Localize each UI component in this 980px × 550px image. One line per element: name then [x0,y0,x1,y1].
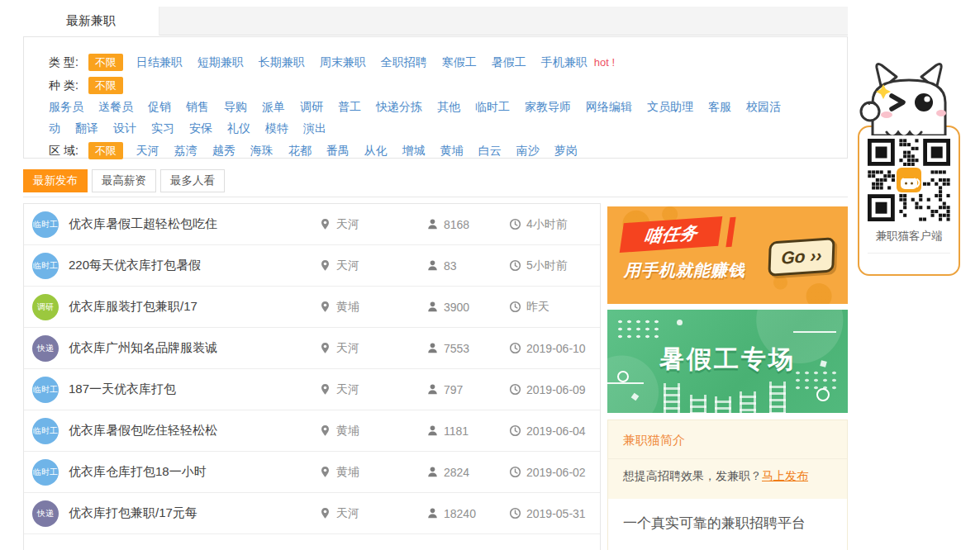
job-post-time: 2019-06-04 [509,424,592,438]
filter-options: 日结兼职短期兼职长期兼职周末兼职全职招聘寒假工暑假工手机兼职 [136,55,602,69]
filter-options: 天河荔湾越秀海珠花都番禺从化增城黄埔白云南沙萝岗 [136,144,592,157]
filter-option[interactable]: 快递分拣 [376,100,422,113]
filter-option[interactable]: 南沙 [516,144,540,157]
filter-option[interactable]: 文员助理 [647,100,693,113]
filter-option[interactable]: 导购 [224,100,247,113]
content-divider [23,197,848,197]
app-qr-widget: 兼职猫客户端 [858,59,960,276]
job-row[interactable]: 临时工 优衣库暑假工超轻松包吃住 天河 8168 4小时前 [24,204,600,245]
job-view-count: 1181 [426,424,509,438]
filter-option[interactable]: 翻译 [75,121,98,135]
ladder-icon [664,383,680,413]
filter-option[interactable]: 普工 [338,100,361,113]
filter-option[interactable]: 增城 [402,144,426,157]
filter-option[interactable]: 销售 [186,100,209,113]
job-post-time: 2019-05-31 [509,507,592,520]
job-row[interactable]: 调研 优衣库服装打包兼职/17 黄埔 3900 昨天 [24,287,600,328]
filter-option[interactable]: 日结兼职 [136,55,183,69]
filter-option[interactable]: 服务员 [49,100,83,113]
filter-option[interactable]: 礼仪 [227,121,250,135]
filter-option[interactable]: 萝岗 [554,144,578,157]
go-button[interactable]: Go ›› [768,237,835,277]
job-row[interactable]: 临时工 优衣库暑假包吃住轻轻松松 黄埔 1181 2019-06-04 [24,410,600,452]
job-title-link[interactable]: 优衣库打包兼职/17元每 [69,505,319,521]
filter-option[interactable]: 演出 [303,121,326,135]
banner-slogan: 用手机就能赚钱 [624,259,745,282]
filter-option[interactable]: 番禺 [326,144,350,157]
publish-now-link[interactable]: 马上发布 [762,469,808,482]
filter-option[interactable]: 客服 [708,100,731,113]
job-location: 天河 [319,506,426,521]
miao-task-banner[interactable]: 喵任务 用手机就能赚钱 Go ›› [607,206,848,304]
job-location: 天河 [319,217,426,232]
filter-option[interactable]: 从化 [364,144,388,157]
filter-option[interactable]: 设计 [113,121,136,135]
filter-option[interactable]: 调研 [300,100,323,113]
filter-option[interactable]: 其他 [437,100,460,113]
job-title-link[interactable]: 220每天优衣库打包暑假 [69,258,319,273]
filter-option[interactable]: 短期兼职 [197,55,244,69]
filter-unlimited-chip[interactable]: 不限 [88,77,123,94]
sort-tab-highest-salary[interactable]: 最高薪资 [92,169,156,192]
job-title-link[interactable]: 优衣库暑假工超轻松包吃住 [69,216,319,232]
filter-option[interactable]: 越秀 [212,144,235,157]
filter-option[interactable]: 荔湾 [174,144,197,157]
job-post-time: 4小时前 [509,217,592,232]
job-title-link[interactable]: 187一天优衣库打包 [69,382,319,397]
filter-option[interactable]: 家教导师 [525,100,571,113]
filter-option[interactable]: 临时工 [475,100,510,113]
job-title-link[interactable]: 优衣库服装打包兼职/17 [69,299,319,315]
filter-label: 种 类: [49,78,78,92]
filter-option[interactable]: 花都 [288,144,312,157]
filter-options: 服务员送餐员促销销售导购派单调研普工快递分拣其他临时工家教导师网络编辑文员助理客… [49,96,792,139]
app-cat-icon [897,168,921,192]
job-view-count: 7553 [426,342,509,355]
job-view-count: 83 [426,259,509,273]
job-row[interactable]: 临时工 优衣库仓库打包18一小时 黄埔 2824 2019-06-02 [24,452,600,493]
filter-option[interactable]: 网络编辑 [586,100,632,113]
job-title-link[interactable]: 优衣库暑假包吃住轻轻松松 [69,423,319,439]
location-pin-icon [319,383,331,396]
filter-option[interactable]: 天河 [136,144,159,157]
intro-tagline: 一个真实可靠的兼职招聘平台 [608,499,847,533]
job-category-badge: 快递 [32,500,59,527]
filter-option[interactable]: 促销 [148,100,171,113]
filter-unlimited-chip[interactable]: 不限 [88,142,123,159]
job-list: 临时工 优衣库暑假工超轻松包吃住 天河 8168 4小时前 [23,203,601,550]
person-icon [426,466,439,478]
filter-option[interactable]: 寒假工 [442,55,477,69]
job-post-time: 2019-06-10 [509,342,592,355]
filter-option[interactable]: 周末兼职 [320,55,366,69]
clock-icon [509,259,521,272]
summer-job-banner[interactable]: 暑假工专场 [607,310,848,413]
filter-option[interactable]: 全职招聘 [381,55,427,69]
filter-option[interactable]: 长期兼职 [259,55,305,69]
filter-option[interactable]: 送餐员 [98,100,133,113]
job-title-link[interactable]: 优衣库广州知名品牌服装诚 [69,340,319,356]
job-row[interactable]: 临时工 187一天优衣库打包 天河 797 2019-06-09 [24,369,600,410]
filter-option[interactable]: 实习 [151,121,174,135]
tab-latest-parttime[interactable]: 最新兼职 [23,7,159,36]
filter-option[interactable]: 派单 [262,100,285,113]
sort-tab-most-viewed[interactable]: 最多人看 [160,169,225,192]
job-row[interactable]: 临时工 220每天优衣库打包暑假 天河 83 5小时前 [24,245,600,287]
job-row[interactable]: 快递 优衣库打包兼职/17元每 天河 18240 2019-05-31 [24,493,600,534]
clock-icon [509,466,521,478]
job-row[interactable]: 快递 优衣库广州知名品牌服装诚 天河 7553 2019-06-10 [24,328,600,369]
filter-option[interactable]: 手机兼职 [541,55,588,69]
job-location: 天河 [319,258,426,273]
filter-unlimited-chip[interactable]: 不限 [88,54,123,71]
sort-tab-newest[interactable]: 最新发布 [23,169,88,192]
qr-caption: 兼职猫客户端 [868,229,950,244]
decor-dot [677,320,683,325]
qr-card: 兼职猫客户端 [858,126,960,276]
filter-option[interactable]: 黄埔 [440,144,464,157]
filter-option[interactable]: 海珠 [250,144,274,157]
filter-option[interactable]: 安保 [189,121,212,135]
filter-option[interactable]: 白云 [478,144,502,157]
filter-option[interactable]: 模特 [265,121,288,135]
job-category-badge: 临时工 [32,253,59,279]
job-title-link[interactable]: 优衣库仓库打包18一小时 [69,464,319,480]
location-pin-icon [319,259,331,272]
filter-option[interactable]: 暑假工 [492,55,526,69]
